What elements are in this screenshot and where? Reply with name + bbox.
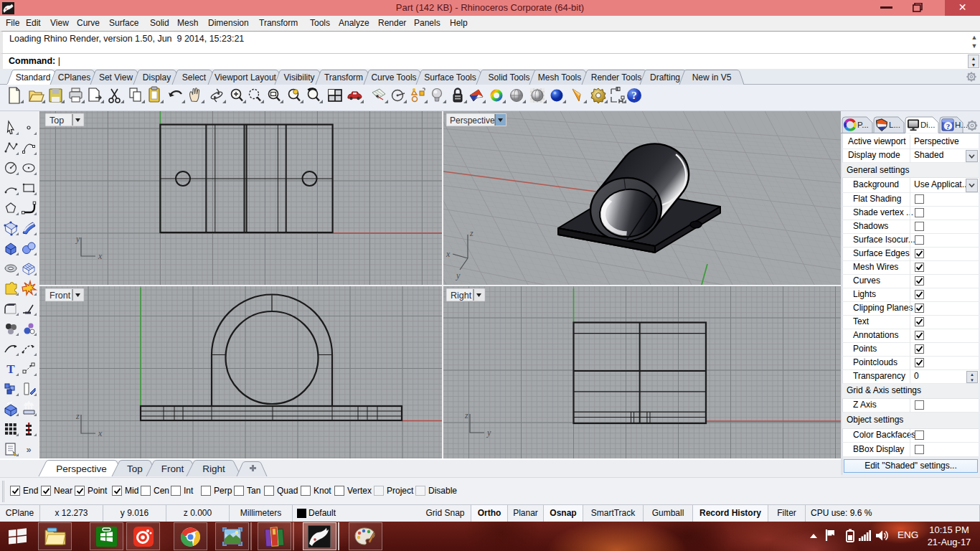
svg-text:x: x [446,249,451,259]
svg-text:Front: Front [50,291,71,301]
svg-text:y: y [75,234,80,244]
svg-text:Curve Tools: Curve Tools [371,72,416,83]
svg-text:Set View: Set View [99,72,133,83]
svg-text:L...: L... [889,121,900,129]
svg-text:x: x [98,251,103,261]
svg-text:CPlanes: CPlanes [58,72,90,83]
svg-text:z: z [464,410,468,420]
svg-text:Right: Right [202,463,225,474]
svg-text:Surface Tools: Surface Tools [424,72,476,83]
svg-text:y: y [486,428,491,438]
svg-text:Drafting: Drafting [650,72,680,83]
svg-text:Mesh Tools: Mesh Tools [538,72,581,83]
svg-text:»: » [27,445,32,455]
svg-text:Select: Select [182,72,207,83]
svg-text:H...: H... [955,121,968,129]
svg-text:P...: P... [857,121,869,129]
svg-text:Right: Right [451,291,472,301]
svg-text:T: T [6,362,15,376]
svg-text:z: z [469,228,473,238]
svg-text:Top: Top [127,463,143,474]
svg-text:Front: Front [161,463,184,474]
svg-text:Render Tools: Render Tools [591,72,642,83]
svg-text:Perspective: Perspective [56,463,107,474]
svg-text:y: y [456,270,461,281]
svg-text:Viewport Layout: Viewport Layout [215,72,277,83]
svg-text:z: z [75,411,80,421]
svg-text:Top: Top [50,116,64,126]
svg-text:?: ? [631,90,637,101]
svg-text:Display: Display [143,72,171,83]
svg-text:Solid Tools: Solid Tools [489,72,530,83]
svg-text:Transform: Transform [324,72,363,83]
svg-text:Visibility: Visibility [283,72,314,83]
svg-text:New in V5: New in V5 [692,72,732,83]
svg-text:Di...: Di... [920,121,935,129]
svg-text:Standard: Standard [16,72,51,83]
svg-text:?: ? [946,122,951,131]
svg-text:Perspective: Perspective [450,116,495,126]
svg-text:x: x [98,428,103,438]
